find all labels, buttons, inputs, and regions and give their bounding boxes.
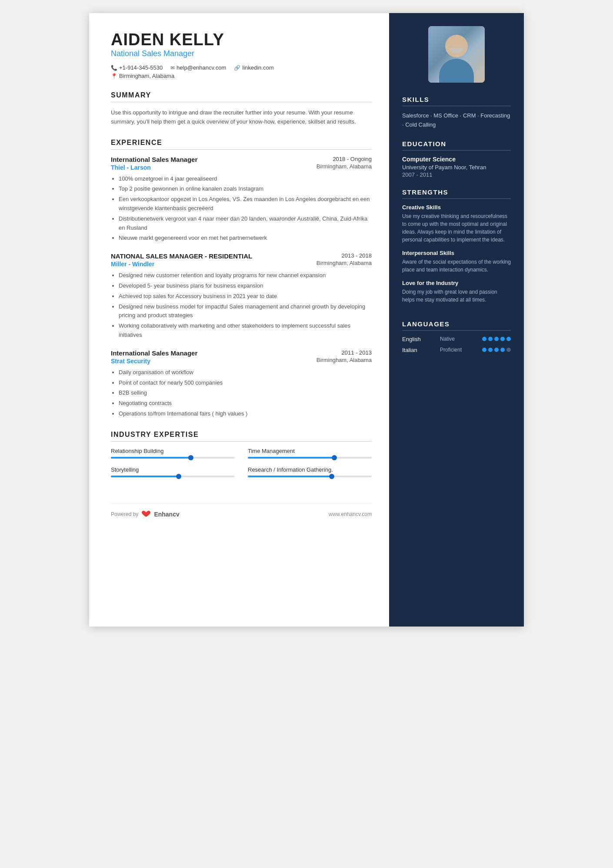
bar-fill-0	[111, 457, 191, 459]
dot	[488, 348, 493, 352]
resume-wrapper: AIDEN KELLY National Sales Manager 📞 +1-…	[89, 13, 524, 627]
job-3-header: International Sales Manager 2011 - 2013	[111, 349, 372, 357]
dot	[506, 337, 511, 341]
bar-track-2	[111, 476, 235, 477]
bullet: Negotiating contracts	[119, 399, 372, 408]
summary-text: Use this opportunity to intrigue and dra…	[111, 108, 372, 127]
bar-track-1	[248, 457, 372, 459]
job-2-title: NATIONAL SALES MANAGER - RESIDENTIAL	[111, 252, 252, 260]
job-2-sub: Miller - Windler Birmingham, Alabama	[111, 260, 372, 268]
job-1-header: International Sales Manager 2018 - Ongoi…	[111, 156, 372, 163]
dot	[482, 337, 486, 341]
bullet: Distributienetwerk vergroot van 4 naar m…	[119, 214, 372, 233]
edu-degree: Computer Science	[402, 156, 511, 163]
bullet: Operations to/from International fairs (…	[119, 409, 372, 419]
expertise-label-2: Storytelling	[111, 466, 235, 473]
bullet: Developed 5- year business plans for bus…	[119, 282, 372, 291]
expertise-label-3: Research / Information Gathering.	[248, 466, 372, 473]
job-3-location: Birmingham, Alabama	[316, 357, 372, 365]
strength-2: Love for the Industry Doing my job with …	[402, 280, 511, 304]
contact-row-2: 📍 Birmingham, Alabama	[111, 73, 372, 79]
expertise-label-1: Time Management	[248, 448, 372, 454]
phone-item: 📞 +1-914-345-5530	[111, 64, 163, 71]
website-url: www.enhancv.com	[329, 511, 372, 517]
job-3-dates: 2011 - 2013	[342, 349, 372, 356]
bullet: Working collaboratively with marketing a…	[119, 322, 372, 340]
bar-fill-3	[248, 476, 332, 477]
dot	[482, 348, 486, 352]
job-2-dates: 2013 - 2018	[342, 252, 372, 259]
expertise-item-3: Research / Information Gathering.	[248, 466, 372, 477]
job-2-location: Birmingham, Alabama	[316, 260, 372, 268]
strength-desc-1: Aware of the social expectations of the …	[402, 258, 511, 274]
strength-desc-2: Doing my job with great love and passion…	[402, 288, 511, 304]
job-2-header: NATIONAL SALES MANAGER - RESIDENTIAL 201…	[111, 252, 372, 260]
bullet: Achieved top sales for Accessory busines…	[119, 292, 372, 301]
bullet: Point of contact for nearly 500 companie…	[119, 379, 372, 388]
education-title: EDUCATION	[402, 140, 511, 151]
bullet: Daily organisation of workflow	[119, 368, 372, 377]
avatar-placeholder	[428, 26, 485, 83]
bullet: Een verkoopkantoor opgezet in Los Angele…	[119, 195, 372, 213]
strength-name-2: Love for the Industry	[402, 280, 511, 286]
lang-dots-0	[482, 337, 511, 341]
skills-text: Salesforce · MS Office · CRM · Forecasti…	[402, 111, 511, 130]
bullet: Top 2 positie gewonnen in online kanalen…	[119, 184, 372, 194]
job-1: International Sales Manager 2018 - Ongoi…	[111, 156, 372, 243]
skills-section: SKILLS Salesforce · MS Office · CRM · Fo…	[402, 96, 511, 130]
linkedin-item: 🔗 linkedin.com	[234, 64, 273, 71]
job-1-company: Thiel - Larson	[111, 164, 151, 171]
education-section: EDUCATION Computer Science University of…	[402, 140, 511, 178]
job-1-sub: Thiel - Larson Birmingham, Alabama	[111, 163, 372, 171]
expertise-item-2: Storytelling	[111, 466, 235, 477]
lang-level-0: Native	[440, 336, 475, 342]
bullet: Nieuwe markt gegenereerd voor en met het…	[119, 234, 372, 243]
linkedin-icon: 🔗	[234, 65, 240, 71]
expertise-section: INDUSTRY EXPERTISE Relationship Building…	[111, 431, 372, 477]
language-0: English Native	[402, 336, 511, 342]
job-1-location: Birmingham, Alabama	[316, 163, 372, 171]
phone-number: +1-914-345-5530	[119, 64, 163, 71]
edu-school: University of Payam Noor, Tehran	[402, 164, 511, 171]
experience-title: EXPERIENCE	[111, 139, 372, 150]
expertise-grid: Relationship Building Time Management St…	[111, 448, 372, 477]
email-address: help@enhancv.com	[177, 64, 226, 71]
brand-name: Enhancv	[154, 511, 179, 518]
dot	[506, 348, 511, 352]
dot	[500, 337, 505, 341]
bar-track-3	[248, 476, 372, 477]
languages-title: LANGUAGES	[402, 320, 511, 331]
powered-by-text: Powered by	[111, 511, 138, 517]
strength-name-0: Creative Skills	[402, 204, 511, 211]
bar-track-0	[111, 457, 235, 459]
expertise-item-0: Relationship Building	[111, 448, 235, 459]
lang-dots-1	[482, 348, 511, 352]
dot	[488, 337, 493, 341]
location-item: 📍 Birmingham, Alabama	[111, 73, 174, 79]
left-footer: Powered by Enhancv www.enhancv.com	[111, 503, 372, 518]
left-panel: AIDEN KELLY National Sales Manager 📞 +1-…	[89, 13, 389, 627]
languages-section: LANGUAGES English Native Italian Profici…	[402, 320, 511, 358]
location-icon: 📍	[111, 73, 117, 79]
avatar-head	[445, 35, 468, 57]
heart-icon	[141, 511, 151, 518]
dot	[494, 348, 499, 352]
job-1-title: International Sales Manager	[111, 156, 197, 163]
strengths-section: STRENGTHS Creative Skills Use my creativ…	[402, 188, 511, 310]
strength-name-1: Interpersonal Skills	[402, 250, 511, 256]
dot	[500, 348, 505, 352]
job-2-bullets: Designed new customer retention and loya…	[111, 271, 372, 340]
expertise-item-1: Time Management	[248, 448, 372, 459]
job-1-dates: 2018 - Ongoing	[333, 156, 372, 162]
avatar-body	[439, 59, 474, 83]
bullet: Designed new customer retention and loya…	[119, 271, 372, 280]
contact-row-1: 📞 +1-914-345-5530 ✉ help@enhancv.com 🔗 l…	[111, 64, 372, 71]
strengths-title: STRENGTHS	[402, 188, 511, 199]
skills-title: SKILLS	[402, 96, 511, 106]
lang-name-0: English	[402, 336, 433, 342]
candidate-name: AIDEN KELLY	[111, 30, 372, 49]
job-3-title: International Sales Manager	[111, 349, 197, 357]
candidate-title: National Sales Manager	[111, 49, 372, 58]
dot	[494, 337, 499, 341]
linkedin-url: linkedin.com	[242, 64, 273, 71]
